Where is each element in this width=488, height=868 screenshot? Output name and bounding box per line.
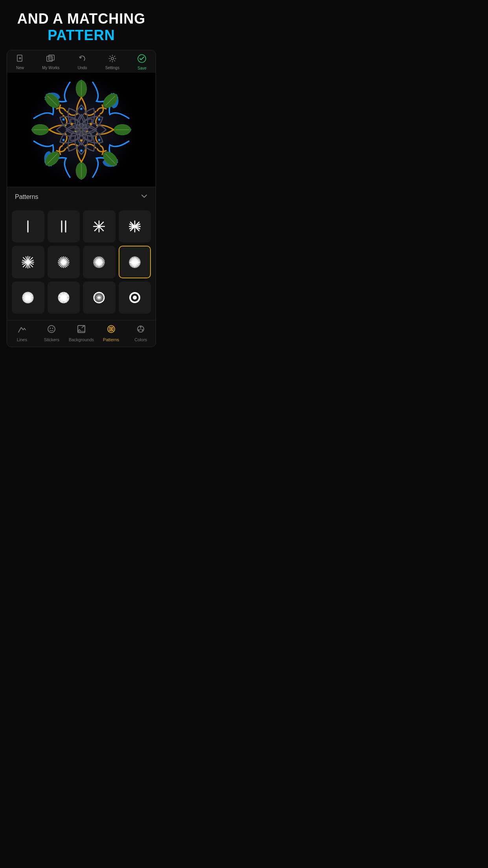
- pattern-12spoke-icon: [92, 255, 106, 269]
- bottom-nav: Lines Stickers B: [7, 320, 156, 347]
- svg-point-185: [140, 326, 141, 328]
- pattern-6spoke[interactable]: [119, 210, 151, 243]
- colors-label: Colors: [134, 337, 147, 342]
- svg-point-36: [62, 118, 65, 121]
- save-icon: [138, 54, 146, 65]
- svg-rect-3: [47, 56, 52, 61]
- svg-point-7: [111, 57, 114, 60]
- svg-point-35: [62, 139, 65, 141]
- backgrounds-label: Backgrounds: [69, 337, 94, 342]
- pattern-circle-ring-icon: [92, 291, 106, 305]
- svg-point-186: [142, 329, 143, 331]
- svg-point-183: [110, 328, 112, 330]
- toolbar-save[interactable]: Save: [138, 54, 147, 70]
- patterns-icon: [106, 324, 116, 336]
- toolbar-undo[interactable]: Undo: [78, 55, 87, 70]
- patterns-header[interactable]: Patterns: [7, 187, 156, 207]
- lines-label: Lines: [17, 337, 27, 342]
- myworks-icon: [46, 55, 55, 64]
- toolbar: New My Works Undo: [7, 50, 156, 73]
- colors-icon: [136, 324, 145, 336]
- new-icon: [16, 55, 24, 64]
- backgrounds-icon: [77, 324, 86, 336]
- pattern-4spoke-icon: [92, 219, 106, 234]
- pattern-circle-ring[interactable]: [83, 281, 116, 314]
- svg-point-27: [71, 123, 73, 125]
- svg-point-188: [140, 329, 141, 330]
- undo-label: Undo: [78, 66, 87, 70]
- nav-colors[interactable]: Colors: [126, 324, 156, 342]
- nav-stickers[interactable]: Stickers: [37, 324, 67, 342]
- pattern-16spoke-icon: [128, 255, 142, 269]
- pattern-32spoke-icon: [57, 291, 71, 305]
- toolbar-new[interactable]: New: [16, 55, 24, 70]
- svg-point-33: [98, 139, 101, 141]
- stickers-label: Stickers: [44, 337, 59, 342]
- pattern-double-icon: [57, 219, 71, 234]
- pattern-24spoke[interactable]: [12, 281, 44, 314]
- lines-icon: [17, 324, 27, 336]
- pattern-8spoke[interactable]: [12, 246, 44, 278]
- pattern-solid-circle[interactable]: [119, 281, 151, 314]
- svg-point-174: [133, 296, 137, 300]
- pattern-8spoke-icon: [21, 255, 35, 269]
- patterns-nav-label: Patterns: [103, 337, 119, 342]
- toolbar-myworks[interactable]: My Works: [42, 55, 59, 70]
- svg-point-26: [90, 123, 92, 125]
- svg-point-47: [80, 128, 83, 131]
- svg-point-31: [80, 108, 83, 110]
- pattern-24spoke-icon: [21, 291, 35, 305]
- new-label: New: [16, 66, 24, 70]
- svg-point-32: [98, 118, 101, 121]
- settings-label: Settings: [105, 66, 119, 70]
- pattern-single[interactable]: [12, 210, 44, 243]
- header-line2: PATTERN: [8, 27, 155, 44]
- patterns-chevron-icon: [141, 193, 148, 202]
- svg-point-28: [80, 139, 83, 142]
- pattern-6spoke-icon: [128, 219, 142, 234]
- patterns-title: Patterns: [15, 193, 39, 200]
- canvas-area[interactable]: [7, 73, 156, 187]
- svg-point-177: [52, 328, 53, 329]
- pattern-solid-circle-icon: [128, 291, 142, 305]
- svg-point-175: [48, 326, 55, 333]
- header-line1: AND A MATCHING: [8, 11, 155, 27]
- pattern-16spoke[interactable]: [119, 246, 151, 278]
- nav-lines[interactable]: Lines: [7, 324, 37, 342]
- svg-point-176: [50, 328, 51, 329]
- pattern-10spoke[interactable]: [48, 246, 80, 278]
- myworks-label: My Works: [42, 66, 59, 70]
- svg-point-187: [138, 329, 140, 331]
- pattern-double[interactable]: [48, 210, 80, 243]
- pattern-single-icon: [21, 219, 35, 234]
- mandala-artwork: [7, 73, 156, 187]
- settings-icon: [108, 55, 116, 64]
- header-section: AND A MATCHING PATTERN: [0, 0, 163, 50]
- stickers-icon: [47, 324, 56, 336]
- toolbar-settings[interactable]: Settings: [105, 55, 119, 70]
- nav-patterns[interactable]: Patterns: [96, 324, 126, 342]
- pattern-10spoke-icon: [57, 255, 71, 269]
- pattern-grid: [7, 207, 156, 320]
- nav-backgrounds[interactable]: Backgrounds: [66, 324, 96, 342]
- svg-point-34: [80, 149, 83, 152]
- undo-icon: [79, 55, 86, 64]
- pattern-4spoke[interactable]: [83, 210, 116, 243]
- app-frame: New My Works Undo: [7, 50, 156, 348]
- pattern-32spoke[interactable]: [48, 281, 80, 314]
- pattern-12spoke[interactable]: [83, 246, 116, 278]
- save-label: Save: [138, 66, 147, 70]
